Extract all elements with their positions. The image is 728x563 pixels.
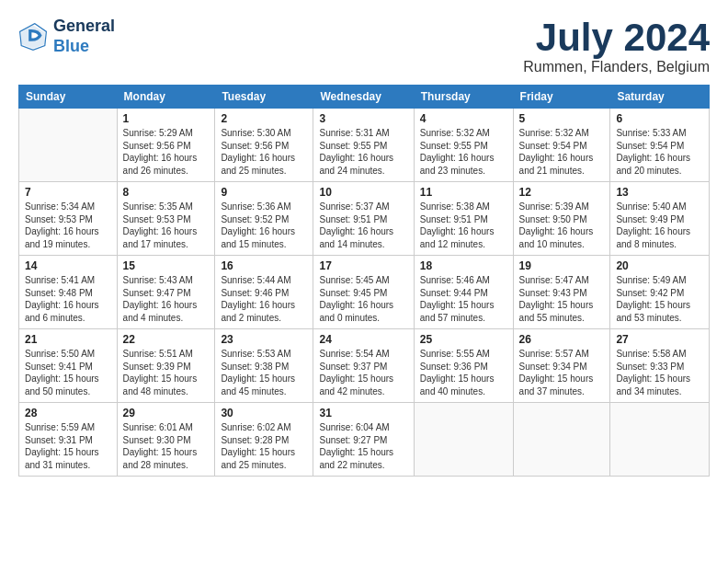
col-sunday: Sunday (19, 86, 118, 109)
day-info: Sunrise: 5:47 AMSunset: 9:43 PMDaylight:… (519, 274, 605, 324)
day-number: 15 (123, 259, 210, 272)
day-info: Sunrise: 5:34 AMSunset: 9:53 PMDaylight:… (25, 201, 111, 250)
table-row: 23Sunrise: 5:53 AMSunset: 9:38 PMDayligh… (215, 329, 313, 403)
day-number: 6 (616, 112, 703, 125)
table-row: 13Sunrise: 5:40 AMSunset: 9:49 PMDayligh… (610, 182, 710, 256)
day-info: Sunrise: 6:02 AMSunset: 9:28 PMDaylight:… (221, 421, 307, 471)
table-row: 30Sunrise: 6:02 AMSunset: 9:28 PMDayligh… (215, 403, 313, 477)
col-thursday: Thursday (414, 86, 513, 109)
day-info: Sunrise: 5:53 AMSunset: 9:38 PMDaylight:… (221, 348, 307, 397)
header: General Blue July 2024 Rummen, Flanders,… (18, 17, 710, 75)
logo-line2: Blue (53, 37, 115, 57)
table-row (610, 403, 710, 477)
day-info: Sunrise: 5:49 AMSunset: 9:42 PMDaylight:… (616, 274, 703, 324)
day-info: Sunrise: 5:59 AMSunset: 9:31 PMDaylight:… (25, 421, 111, 471)
table-row: 28Sunrise: 5:59 AMSunset: 9:31 PMDayligh… (19, 403, 118, 477)
title-block: July 2024 Rummen, Flanders, Belgium (523, 17, 710, 75)
col-friday: Friday (513, 86, 610, 109)
day-info: Sunrise: 5:37 AMSunset: 9:51 PMDaylight:… (319, 201, 407, 250)
table-row: 22Sunrise: 5:51 AMSunset: 9:39 PMDayligh… (117, 329, 215, 403)
day-number: 7 (25, 186, 111, 199)
location: Rummen, Flanders, Belgium (523, 59, 710, 75)
table-row: 5Sunrise: 5:32 AMSunset: 9:54 PMDaylight… (513, 109, 610, 182)
day-number: 1 (123, 112, 210, 125)
day-number: 27 (616, 333, 703, 346)
day-number: 8 (123, 186, 210, 199)
month-title: July 2024 (523, 17, 710, 59)
table-row: 4Sunrise: 5:32 AMSunset: 9:55 PMDaylight… (414, 109, 513, 182)
table-row: 2Sunrise: 5:30 AMSunset: 9:56 PMDaylight… (215, 109, 313, 182)
table-row: 9Sunrise: 5:36 AMSunset: 9:52 PMDaylight… (215, 182, 313, 256)
day-number: 12 (519, 186, 605, 199)
day-info: Sunrise: 5:39 AMSunset: 9:50 PMDaylight:… (519, 201, 605, 250)
logo: General Blue (18, 17, 115, 56)
calendar-table: Sunday Monday Tuesday Wednesday Thursday… (18, 85, 710, 477)
day-number: 2 (221, 112, 307, 125)
day-number: 9 (221, 186, 307, 199)
table-row (19, 109, 118, 182)
day-number: 20 (616, 259, 703, 272)
day-number: 29 (123, 407, 210, 419)
logo-text: General Blue (53, 17, 115, 56)
table-row (513, 403, 610, 477)
calendar-header-row: Sunday Monday Tuesday Wednesday Thursday… (19, 86, 710, 109)
table-row: 24Sunrise: 5:54 AMSunset: 9:37 PMDayligh… (313, 329, 414, 403)
day-info: Sunrise: 5:30 AMSunset: 9:56 PMDaylight:… (221, 127, 307, 177)
table-row: 15Sunrise: 5:43 AMSunset: 9:47 PMDayligh… (117, 256, 215, 329)
day-info: Sunrise: 5:43 AMSunset: 9:47 PMDaylight:… (123, 274, 210, 324)
calendar-week-row: 7Sunrise: 5:34 AMSunset: 9:53 PMDaylight… (19, 182, 710, 256)
day-number: 3 (319, 112, 407, 125)
table-row: 19Sunrise: 5:47 AMSunset: 9:43 PMDayligh… (513, 256, 610, 329)
day-number: 18 (420, 259, 507, 272)
day-info: Sunrise: 5:36 AMSunset: 9:52 PMDaylight:… (221, 201, 307, 250)
day-number: 14 (25, 259, 111, 272)
table-row: 16Sunrise: 5:44 AMSunset: 9:46 PMDayligh… (215, 256, 313, 329)
day-number: 17 (319, 259, 407, 272)
table-row: 26Sunrise: 5:57 AMSunset: 9:34 PMDayligh… (513, 329, 610, 403)
calendar-week-row: 1Sunrise: 5:29 AMSunset: 9:56 PMDaylight… (19, 109, 710, 182)
table-row: 18Sunrise: 5:46 AMSunset: 9:44 PMDayligh… (414, 256, 513, 329)
calendar-body: 1Sunrise: 5:29 AMSunset: 9:56 PMDaylight… (19, 109, 710, 477)
day-info: Sunrise: 5:29 AMSunset: 9:56 PMDaylight:… (123, 127, 210, 177)
day-info: Sunrise: 5:40 AMSunset: 9:49 PMDaylight:… (616, 201, 703, 250)
day-number: 11 (420, 186, 507, 199)
table-row: 1Sunrise: 5:29 AMSunset: 9:56 PMDaylight… (117, 109, 215, 182)
day-info: Sunrise: 5:35 AMSunset: 9:53 PMDaylight:… (123, 201, 210, 250)
day-info: Sunrise: 5:58 AMSunset: 9:33 PMDaylight:… (616, 348, 703, 397)
day-number: 30 (221, 407, 307, 419)
day-number: 10 (319, 186, 407, 199)
table-row: 3Sunrise: 5:31 AMSunset: 9:55 PMDaylight… (313, 109, 414, 182)
day-info: Sunrise: 5:57 AMSunset: 9:34 PMDaylight:… (519, 348, 605, 397)
day-info: Sunrise: 5:41 AMSunset: 9:48 PMDaylight:… (25, 274, 111, 324)
day-info: Sunrise: 5:44 AMSunset: 9:46 PMDaylight:… (221, 274, 307, 324)
table-row: 6Sunrise: 5:33 AMSunset: 9:54 PMDaylight… (610, 109, 710, 182)
day-number: 25 (420, 333, 507, 346)
col-wednesday: Wednesday (313, 86, 414, 109)
day-number: 23 (221, 333, 307, 346)
table-row: 7Sunrise: 5:34 AMSunset: 9:53 PMDaylight… (19, 182, 118, 256)
logo-line1: General (53, 17, 115, 37)
table-row: 21Sunrise: 5:50 AMSunset: 9:41 PMDayligh… (19, 329, 118, 403)
table-row: 25Sunrise: 5:55 AMSunset: 9:36 PMDayligh… (414, 329, 513, 403)
calendar-week-row: 28Sunrise: 5:59 AMSunset: 9:31 PMDayligh… (19, 403, 710, 477)
table-row: 29Sunrise: 6:01 AMSunset: 9:30 PMDayligh… (117, 403, 215, 477)
col-saturday: Saturday (610, 86, 710, 109)
day-number: 19 (519, 259, 605, 272)
day-number: 31 (319, 407, 407, 419)
table-row (414, 403, 513, 477)
table-row: 8Sunrise: 5:35 AMSunset: 9:53 PMDaylight… (117, 182, 215, 256)
day-info: Sunrise: 6:04 AMSunset: 9:27 PMDaylight:… (319, 421, 407, 471)
table-row: 12Sunrise: 5:39 AMSunset: 9:50 PMDayligh… (513, 182, 610, 256)
day-info: Sunrise: 5:55 AMSunset: 9:36 PMDaylight:… (420, 348, 507, 397)
day-info: Sunrise: 5:31 AMSunset: 9:55 PMDaylight:… (319, 127, 407, 177)
col-tuesday: Tuesday (215, 86, 313, 109)
day-number: 4 (420, 112, 507, 125)
day-info: Sunrise: 5:38 AMSunset: 9:51 PMDaylight:… (420, 201, 507, 250)
table-row: 14Sunrise: 5:41 AMSunset: 9:48 PMDayligh… (19, 256, 118, 329)
table-row: 17Sunrise: 5:45 AMSunset: 9:45 PMDayligh… (313, 256, 414, 329)
table-row: 27Sunrise: 5:58 AMSunset: 9:33 PMDayligh… (610, 329, 710, 403)
table-row: 11Sunrise: 5:38 AMSunset: 9:51 PMDayligh… (414, 182, 513, 256)
day-number: 13 (616, 186, 703, 199)
day-number: 21 (25, 333, 111, 346)
page-container: General Blue July 2024 Rummen, Flanders,… (0, 0, 728, 486)
